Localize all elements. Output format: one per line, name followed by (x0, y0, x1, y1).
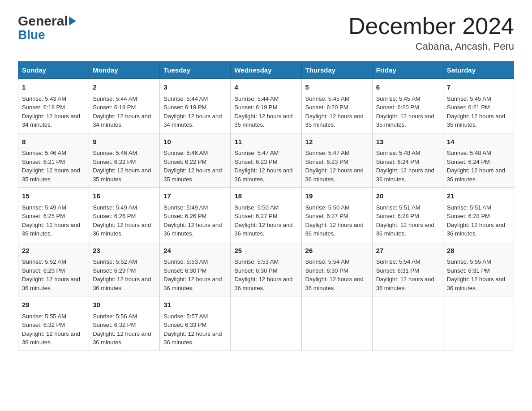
table-row: 31Sunrise: 5:57 AMSunset: 6:33 PMDayligh… (160, 296, 231, 351)
sunrise-text: Sunrise: 5:55 AM (22, 312, 85, 321)
table-row: 22Sunrise: 5:52 AMSunset: 6:29 PMDayligh… (18, 242, 89, 296)
day-number: 24 (163, 246, 227, 256)
sunset-text: Sunset: 6:32 PM (93, 321, 156, 330)
table-row: 4Sunrise: 5:44 AMSunset: 6:19 PMDaylight… (231, 79, 301, 133)
col-thursday: Thursday (301, 62, 372, 79)
sunset-text: Sunset: 6:29 PM (22, 266, 85, 275)
daylight-text: Daylight: 12 hours and 36 minutes. (376, 275, 439, 292)
table-row: 11Sunrise: 5:47 AMSunset: 6:23 PMDayligh… (231, 133, 301, 188)
table-row: 17Sunrise: 5:49 AMSunset: 6:26 PMDayligh… (160, 188, 231, 242)
day-number: 22 (22, 246, 85, 256)
table-row: 19Sunrise: 5:50 AMSunset: 6:27 PMDayligh… (301, 188, 372, 242)
day-number: 7 (447, 82, 510, 93)
day-number: 30 (93, 300, 156, 310)
daylight-text: Daylight: 12 hours and 35 minutes. (22, 166, 85, 184)
table-row: 18Sunrise: 5:50 AMSunset: 6:27 PMDayligh… (231, 188, 301, 242)
daylight-text: Daylight: 12 hours and 36 minutes. (234, 166, 297, 184)
sunset-text: Sunset: 6:27 PM (234, 212, 297, 221)
sunset-text: Sunset: 6:19 PM (234, 103, 297, 112)
table-row (301, 296, 372, 351)
table-row: 9Sunrise: 5:46 AMSunset: 6:22 PMDaylight… (89, 133, 160, 188)
col-friday: Friday (372, 62, 443, 79)
table-row: 7Sunrise: 5:45 AMSunset: 6:21 PMDaylight… (443, 79, 514, 133)
sunrise-text: Sunrise: 5:43 AM (22, 94, 85, 103)
daylight-text: Daylight: 12 hours and 36 minutes. (305, 166, 369, 184)
sunrise-text: Sunrise: 5:54 AM (305, 257, 369, 266)
table-row: 2Sunrise: 5:44 AMSunset: 6:18 PMDaylight… (89, 79, 160, 133)
daylight-text: Daylight: 12 hours and 36 minutes. (22, 275, 85, 292)
calendar-week-row: 22Sunrise: 5:52 AMSunset: 6:29 PMDayligh… (18, 242, 514, 296)
sunrise-text: Sunrise: 5:45 AM (305, 94, 369, 103)
sunrise-text: Sunrise: 5:44 AM (234, 94, 297, 103)
daylight-text: Daylight: 12 hours and 36 minutes. (447, 221, 510, 238)
sunset-text: Sunset: 6:20 PM (376, 103, 439, 112)
table-row: 8Sunrise: 5:46 AMSunset: 6:21 PMDaylight… (18, 133, 89, 188)
table-row: 3Sunrise: 5:44 AMSunset: 6:19 PMDaylight… (160, 79, 231, 133)
col-sunday: Sunday (18, 62, 89, 79)
sunset-text: Sunset: 6:22 PM (163, 158, 227, 167)
day-number: 19 (305, 191, 369, 201)
logo-general-text: General (18, 13, 68, 29)
daylight-text: Daylight: 12 hours and 34 minutes. (163, 112, 227, 129)
calendar-week-row: 29Sunrise: 5:55 AMSunset: 6:32 PMDayligh… (18, 296, 514, 351)
table-row: 21Sunrise: 5:51 AMSunset: 6:28 PMDayligh… (443, 188, 514, 242)
table-row: 25Sunrise: 5:53 AMSunset: 6:30 PMDayligh… (231, 242, 301, 296)
sunrise-text: Sunrise: 5:49 AM (93, 203, 156, 212)
table-row: 15Sunrise: 5:49 AMSunset: 6:25 PMDayligh… (18, 188, 89, 242)
sunset-text: Sunset: 6:22 PM (93, 158, 156, 167)
day-number: 6 (376, 82, 439, 93)
sunrise-text: Sunrise: 5:51 AM (447, 203, 510, 212)
sunrise-text: Sunrise: 5:57 AM (163, 312, 227, 321)
day-number: 10 (163, 137, 227, 147)
table-row (372, 296, 443, 351)
day-number: 21 (447, 191, 510, 201)
col-saturday: Saturday (443, 62, 514, 79)
title-section: December 2024 Cabana, Ancash, Peru (348, 13, 514, 52)
table-row (443, 296, 514, 351)
sunset-text: Sunset: 6:24 PM (447, 158, 510, 167)
day-number: 4 (234, 82, 297, 93)
col-tuesday: Tuesday (160, 62, 231, 79)
table-row: 23Sunrise: 5:52 AMSunset: 6:29 PMDayligh… (89, 242, 160, 296)
daylight-text: Daylight: 12 hours and 36 minutes. (234, 275, 297, 292)
table-row: 26Sunrise: 5:54 AMSunset: 6:30 PMDayligh… (301, 242, 372, 296)
table-row: 10Sunrise: 5:46 AMSunset: 6:22 PMDayligh… (160, 133, 231, 188)
sunset-text: Sunset: 6:21 PM (22, 158, 85, 167)
sunrise-text: Sunrise: 5:52 AM (93, 257, 156, 266)
day-number: 5 (305, 82, 369, 93)
day-number: 31 (163, 300, 227, 310)
subtitle: Cabana, Ancash, Peru (348, 41, 514, 52)
calendar-table: Sunday Monday Tuesday Wednesday Thursday… (18, 61, 514, 351)
daylight-text: Daylight: 12 hours and 34 minutes. (93, 112, 156, 129)
sunset-text: Sunset: 6:31 PM (447, 266, 510, 275)
table-row: 27Sunrise: 5:54 AMSunset: 6:31 PMDayligh… (372, 242, 443, 296)
col-monday: Monday (89, 62, 160, 79)
daylight-text: Daylight: 12 hours and 36 minutes. (305, 275, 369, 292)
sunrise-text: Sunrise: 5:46 AM (93, 149, 156, 158)
sunrise-text: Sunrise: 5:53 AM (234, 257, 297, 266)
day-number: 18 (234, 191, 297, 201)
daylight-text: Daylight: 12 hours and 35 minutes. (376, 112, 439, 129)
daylight-text: Daylight: 12 hours and 36 minutes. (305, 221, 369, 238)
sunset-text: Sunset: 6:23 PM (305, 158, 369, 167)
sunset-text: Sunset: 6:30 PM (305, 266, 369, 275)
logo-blue-text: Blue (18, 28, 45, 42)
day-number: 11 (234, 137, 297, 147)
sunrise-text: Sunrise: 5:48 AM (447, 149, 510, 158)
main-title: December 2024 (348, 13, 514, 39)
calendar-header-row: Sunday Monday Tuesday Wednesday Thursday… (18, 62, 514, 79)
sunrise-text: Sunrise: 5:52 AM (22, 257, 85, 266)
sunset-text: Sunset: 6:28 PM (376, 212, 439, 221)
sunrise-text: Sunrise: 5:45 AM (376, 94, 439, 103)
table-row (231, 296, 301, 351)
sunset-text: Sunset: 6:27 PM (305, 212, 369, 221)
daylight-text: Daylight: 12 hours and 36 minutes. (93, 275, 156, 292)
daylight-text: Daylight: 12 hours and 35 minutes. (234, 112, 297, 129)
sunset-text: Sunset: 6:23 PM (234, 158, 297, 167)
day-number: 20 (376, 191, 439, 201)
day-number: 29 (22, 300, 85, 310)
table-row: 28Sunrise: 5:55 AMSunset: 6:31 PMDayligh… (443, 242, 514, 296)
sunset-text: Sunset: 6:30 PM (163, 266, 227, 275)
table-row: 13Sunrise: 5:48 AMSunset: 6:24 PMDayligh… (372, 133, 443, 188)
sunset-text: Sunset: 6:28 PM (447, 212, 510, 221)
